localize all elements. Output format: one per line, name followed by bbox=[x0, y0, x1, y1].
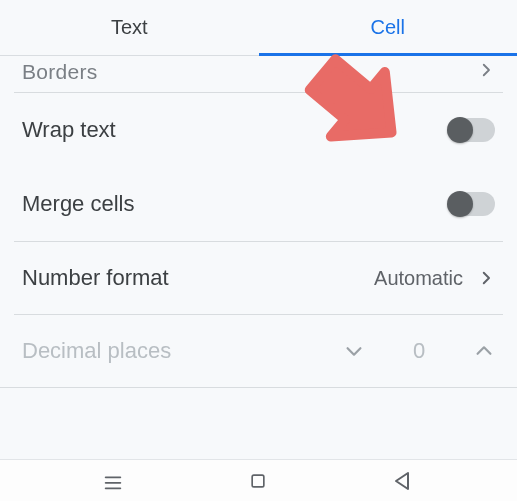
android-nav-bar bbox=[0, 459, 517, 501]
row-decimal-places: Decimal places 0 bbox=[0, 315, 517, 387]
decimal-places-label: Decimal places bbox=[22, 338, 171, 364]
decimal-places-value: 0 bbox=[399, 338, 439, 364]
number-format-value: Automatic bbox=[374, 267, 463, 290]
row-wrap-text[interactable]: Wrap text bbox=[0, 93, 517, 167]
chevron-down-icon[interactable] bbox=[343, 340, 365, 362]
wrap-text-toggle[interactable] bbox=[449, 118, 495, 142]
chevron-right-icon bbox=[477, 269, 495, 287]
row-merge-cells[interactable]: Merge cells bbox=[0, 167, 517, 241]
recents-button[interactable] bbox=[93, 461, 133, 501]
chevron-up-icon[interactable] bbox=[473, 340, 495, 362]
tab-cell-label: Cell bbox=[371, 16, 405, 39]
number-format-value-group: Automatic bbox=[374, 267, 495, 290]
borders-label: Borders bbox=[22, 60, 98, 84]
decimal-places-stepper: 0 bbox=[343, 338, 495, 364]
merge-cells-label: Merge cells bbox=[22, 191, 134, 217]
row-number-format[interactable]: Number format Automatic bbox=[0, 242, 517, 314]
cell-format-panel: Text Cell Borders Wrap text Merge cells … bbox=[0, 0, 517, 501]
number-format-label: Number format bbox=[22, 265, 169, 291]
back-button[interactable] bbox=[384, 461, 424, 501]
svg-rect-3 bbox=[253, 475, 265, 487]
merge-cells-toggle[interactable] bbox=[449, 192, 495, 216]
tab-bar: Text Cell bbox=[0, 0, 517, 56]
row-borders[interactable]: Borders bbox=[0, 56, 517, 92]
svg-marker-4 bbox=[396, 473, 408, 489]
home-button[interactable] bbox=[238, 461, 278, 501]
tab-cell[interactable]: Cell bbox=[259, 0, 518, 55]
chevron-right-icon bbox=[477, 60, 495, 78]
wrap-text-label: Wrap text bbox=[22, 117, 116, 143]
tab-text[interactable]: Text bbox=[0, 0, 259, 55]
divider bbox=[0, 387, 517, 388]
tab-text-label: Text bbox=[111, 16, 148, 39]
